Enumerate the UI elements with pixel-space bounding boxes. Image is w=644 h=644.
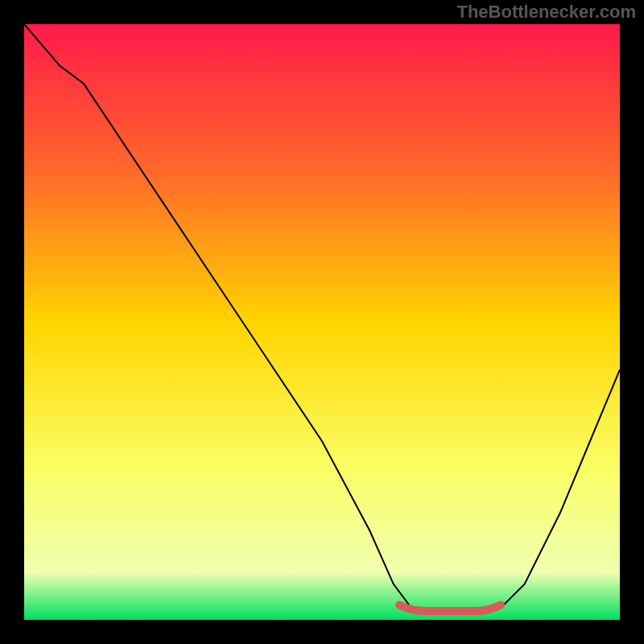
gradient-background [24, 24, 620, 620]
watermark-text: TheBottlenecker.com [456, 2, 636, 23]
bottleneck-chart [24, 24, 620, 620]
chart-container [24, 24, 620, 620]
